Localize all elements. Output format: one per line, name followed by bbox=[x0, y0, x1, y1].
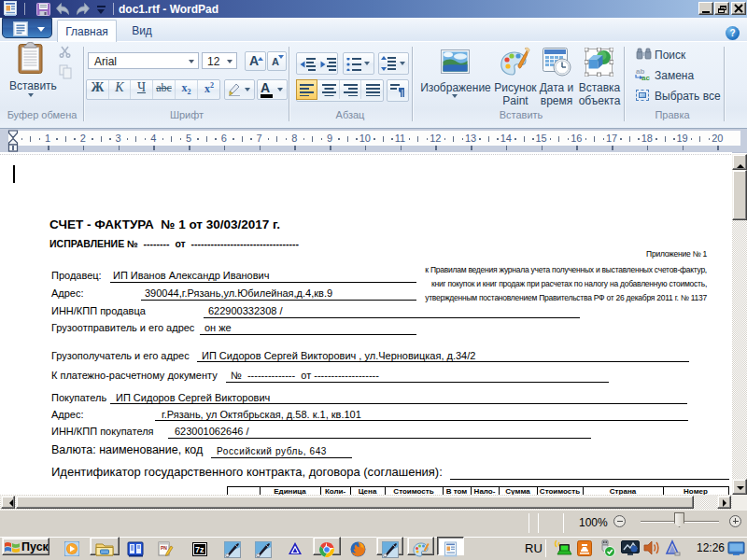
svg-text:7z: 7z bbox=[195, 545, 204, 554]
svg-text:PN: PN bbox=[161, 545, 167, 551]
